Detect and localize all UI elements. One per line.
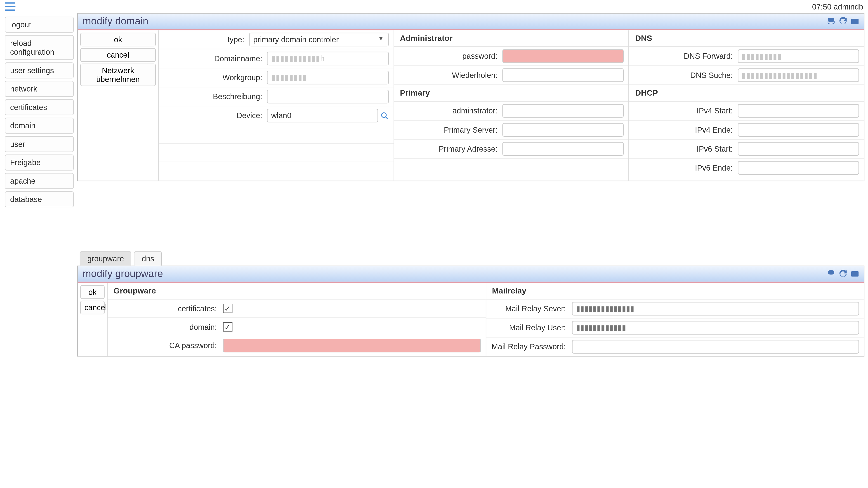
v6end-label: IPv6 Ende:	[634, 163, 738, 172]
groupware-panel-title: modify groupware	[83, 268, 163, 280]
sidebar-item-certificates[interactable]: certificates	[5, 99, 74, 115]
primary-addr-label: Primary Adresse:	[399, 144, 502, 153]
gw-domain-label: domain:	[112, 322, 223, 331]
refresh-icon[interactable]	[839, 270, 847, 278]
svg-point-2	[381, 112, 386, 117]
gw-ok-button[interactable]: ok	[80, 285, 105, 299]
svg-rect-1	[851, 19, 859, 24]
gw-cert-checkbox[interactable]	[223, 304, 232, 313]
domain-col-left: type: primary domain controler Domainnam…	[159, 30, 394, 181]
topbar: 07:50 admindb	[0, 0, 868, 13]
v6start-label: IPv6 Start:	[634, 144, 738, 153]
clock-user: 07:50 admindb	[812, 2, 863, 11]
dnsfwd-input[interactable]	[738, 49, 859, 63]
svg-rect-5	[851, 271, 859, 276]
admin-section: Administrator	[394, 30, 629, 47]
mr-pass-label: Mail Relay Password:	[491, 342, 572, 351]
domainname-input[interactable]	[267, 52, 389, 65]
gw-domain-checkbox[interactable]	[223, 322, 232, 332]
repeat-label: Wiederholen:	[399, 71, 502, 79]
workgroup-label: Workgroup:	[163, 73, 267, 82]
sidebar-item-database[interactable]: database	[5, 191, 74, 207]
sidebar-item-reload[interactable]: reload configuration	[5, 35, 74, 60]
mr-server-input[interactable]	[572, 302, 859, 315]
sidebar-item-network[interactable]: network	[5, 81, 74, 97]
domain-col-right: DNS DNS Forward: DNS Suche: DHCP IPv4 St…	[629, 30, 864, 181]
device-input[interactable]	[267, 109, 378, 122]
domain-panel-title: modify domain	[83, 15, 149, 27]
v4start-label: IPv4 Start:	[634, 106, 738, 115]
tab-groupware[interactable]: groupware	[80, 252, 131, 266]
gw-col-left: Groupware certificates: domain: CA passw…	[107, 283, 486, 356]
primary-addr-input[interactable]	[502, 142, 624, 156]
gw-cancel-button[interactable]: cancel	[80, 301, 105, 314]
workgroup-input[interactable]	[267, 71, 389, 84]
sidebar-item-user[interactable]: user	[5, 136, 74, 152]
sidebar-item-domain[interactable]: domain	[5, 118, 74, 134]
gw-ca-input[interactable]	[223, 339, 481, 352]
primary-section: Primary	[394, 85, 629, 102]
cancel-button[interactable]: cancel	[80, 48, 156, 62]
v4end-label: IPv4 Ende:	[634, 125, 738, 134]
v4start-input[interactable]	[738, 104, 859, 118]
gw-actions: ok cancel	[78, 283, 108, 356]
admin2-label: adminstrator:	[399, 106, 502, 115]
window-icon[interactable]	[851, 270, 859, 278]
domain-col-mid: Administrator password: Wiederholen: Pri…	[394, 30, 629, 181]
repeat-input[interactable]	[502, 68, 624, 82]
device-label: Device:	[163, 111, 267, 120]
domain-panel: modify domain ok cancel Netzwerk überneh…	[77, 13, 864, 181]
refresh-icon[interactable]	[839, 17, 847, 26]
groupware-panel: modify groupware ok cancel Groupware c	[77, 266, 864, 357]
dnssearch-label: DNS Suche:	[634, 71, 738, 79]
db-icon[interactable]	[827, 17, 835, 26]
network-apply-button[interactable]: Netzwerk übernehmen	[80, 64, 156, 86]
primary-server-input[interactable]	[502, 123, 624, 136]
mr-user-label: Mail Relay User:	[491, 323, 572, 332]
svg-line-3	[385, 117, 388, 119]
mr-server-label: Mail Relay Sever:	[491, 304, 572, 313]
gw-section: Groupware	[107, 283, 485, 300]
gw-col-right: Mailrelay Mail Relay Sever: Mail Relay U…	[486, 283, 864, 356]
domain-actions: ok cancel Netzwerk übernehmen	[78, 30, 159, 181]
type-select[interactable]: primary domain controler	[249, 33, 389, 46]
dns-section: DNS	[629, 30, 864, 47]
mailrelay-section: Mailrelay	[486, 283, 864, 300]
menu-icon[interactable]	[5, 2, 16, 11]
sidebar-item-freigabe[interactable]: Freigabe	[5, 155, 74, 170]
search-icon[interactable]	[380, 111, 389, 120]
domainname-label: Domainname:	[163, 54, 267, 63]
mr-pass-input[interactable]	[572, 340, 859, 353]
v6start-input[interactable]	[738, 142, 859, 156]
gw-cert-label: certificates:	[112, 304, 223, 313]
db-icon[interactable]	[827, 270, 835, 278]
tab-dns[interactable]: dns	[134, 252, 162, 266]
dnsfwd-label: DNS Forward:	[634, 52, 738, 61]
admin2-input[interactable]	[502, 104, 624, 118]
ok-button[interactable]: ok	[80, 33, 156, 46]
primary-server-label: Primary Server:	[399, 125, 502, 134]
password-input[interactable]	[502, 49, 624, 63]
gw-ca-label: CA password:	[112, 341, 223, 350]
descr-input[interactable]	[267, 90, 389, 103]
sidebar-item-apache[interactable]: apache	[5, 173, 74, 189]
tab-bar: groupware dns	[77, 249, 864, 266]
type-label: type:	[163, 35, 249, 44]
descr-label: Beschreibung:	[163, 92, 267, 101]
window-icon[interactable]	[851, 17, 859, 26]
dhcp-section: DHCP	[629, 85, 864, 102]
sidebar-item-usersettings[interactable]: user settings	[5, 62, 74, 78]
v4end-input[interactable]	[738, 123, 859, 136]
dnssearch-input[interactable]	[738, 68, 859, 82]
sidebar: logout reload configuration user setting…	[0, 13, 77, 213]
password-label: password:	[399, 52, 502, 61]
mr-user-input[interactable]	[572, 321, 859, 334]
sidebar-item-logout[interactable]: logout	[5, 17, 74, 33]
v6end-input[interactable]	[738, 161, 859, 175]
